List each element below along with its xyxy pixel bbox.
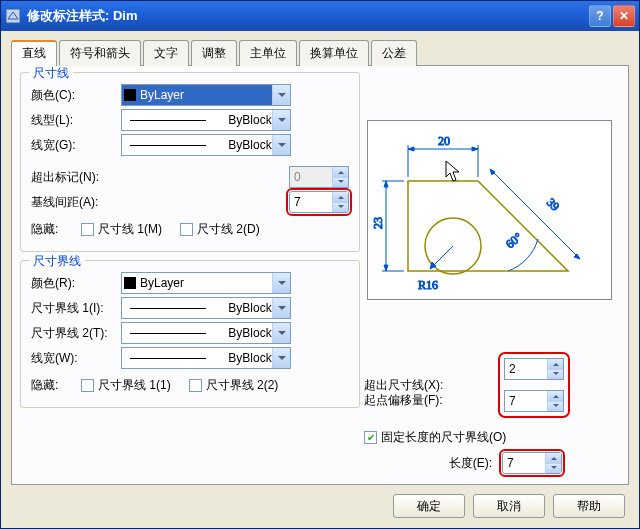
dimline-color-value: ByLayer: [140, 88, 184, 102]
cancel-button[interactable]: 取消: [473, 494, 545, 518]
svg-text:R16: R16: [418, 278, 438, 292]
ext-mark-spinner: 0: [289, 166, 349, 188]
extline-lineweight-label: 线宽(W):: [31, 350, 121, 367]
baseline-spinner[interactable]: 7: [289, 191, 349, 213]
tab-tolerance[interactable]: 公差: [371, 40, 417, 66]
length-value: 7: [507, 456, 514, 470]
color-swatch-icon: [124, 89, 136, 101]
dimline-lineweight-label: 线宽(G):: [31, 137, 121, 154]
dimline-linetype-combo[interactable]: ByBlock: [121, 109, 291, 131]
extline2-label: 尺寸界线 2(T):: [31, 325, 121, 342]
dimline-hide1-checkbox[interactable]: 尺寸线 1(M): [81, 221, 162, 238]
beyond-value: 2: [509, 362, 516, 376]
titlebar-help-button[interactable]: ?: [589, 5, 611, 27]
extline-color-label: 颜色(R):: [31, 275, 121, 292]
extline1-combo[interactable]: ByBlock: [121, 297, 291, 319]
baseline-label: 基线间距(A):: [31, 194, 181, 211]
dimline-hide-label: 隐藏:: [31, 221, 81, 238]
checkmark-icon: ✔: [364, 431, 377, 444]
extline-right-controls: 超出尺寸线(X): 2 7 起点偏移量(F):: [364, 350, 612, 480]
svg-rect-0: [6, 9, 20, 23]
extline-hide1-checkbox[interactable]: 尺寸界线 1(1): [81, 377, 171, 394]
color-swatch-icon: [124, 277, 136, 289]
window-title: 修改标注样式: Dim: [27, 7, 138, 25]
dialog-window: 修改标注样式: Dim ? ✕ 直线 符号和箭头 文字 调整 主单位 换算单位 …: [0, 0, 640, 529]
ext-mark-value: 0: [294, 170, 301, 184]
dropdown-arrow-icon: [272, 273, 290, 293]
offset-label: 起点偏移量(F):: [364, 392, 502, 409]
dropdown-arrow-icon: [272, 110, 290, 130]
offset-spinner[interactable]: 7: [504, 390, 564, 412]
fixed-length-checkbox[interactable]: ✔ 固定长度的尺寸界线(O): [364, 429, 506, 446]
dropdown-arrow-icon: [272, 85, 290, 105]
linetype-sample-icon: [130, 333, 206, 334]
linetype-sample-icon: [130, 308, 206, 309]
fieldset-extline: 尺寸界线 颜色(R): ByLayer 尺寸界线 1(I): ByBlock: [20, 260, 360, 408]
lineweight-sample-icon: [130, 358, 206, 359]
dropdown-arrow-icon: [272, 323, 290, 343]
length-label: 长度(E):: [364, 455, 502, 472]
linetype-sample-icon: [130, 120, 206, 121]
dropdown-arrow-icon: [272, 298, 290, 318]
ext-mark-label: 超出标记(N):: [31, 169, 181, 186]
extline-hide2-checkbox[interactable]: 尺寸界线 2(2): [189, 377, 279, 394]
extline-color-value: ByLayer: [140, 276, 184, 290]
help-button[interactable]: 帮助: [553, 494, 625, 518]
tab-alt-units[interactable]: 换算单位: [299, 40, 369, 66]
dialog-buttons: 确定 取消 帮助: [393, 494, 625, 518]
dropdown-arrow-icon: [272, 348, 290, 368]
svg-line-10: [490, 169, 580, 259]
dimension-preview: 20 23 39 R16: [367, 120, 612, 300]
tab-panel: 尺寸线 颜色(C): ByLayer 线型(L): ByBlock: [11, 65, 629, 485]
extline-color-combo[interactable]: ByLayer: [121, 272, 291, 294]
fieldset-extline-legend: 尺寸界线: [29, 253, 85, 270]
tab-strip: 直线 符号和箭头 文字 调整 主单位 换算单位 公差: [11, 40, 629, 66]
svg-text:60°: 60°: [503, 230, 525, 252]
ok-button[interactable]: 确定: [393, 494, 465, 518]
extline2-combo[interactable]: ByBlock: [121, 322, 291, 344]
titlebar[interactable]: 修改标注样式: Dim ? ✕: [1, 1, 639, 31]
beyond-spinner[interactable]: 2: [504, 358, 564, 380]
dimline-color-combo[interactable]: ByLayer: [121, 84, 291, 106]
lineweight-sample-icon: [130, 145, 206, 146]
tab-fit[interactable]: 调整: [191, 40, 237, 66]
fieldset-dimline-legend: 尺寸线: [29, 65, 73, 82]
dimline-linetype-label: 线型(L):: [31, 112, 121, 129]
dimline-hide2-checkbox[interactable]: 尺寸线 2(D): [180, 221, 260, 238]
app-icon: [5, 8, 21, 24]
beyond-label: 超出尺寸线(X):: [364, 377, 502, 394]
dimline-lineweight-combo[interactable]: ByBlock: [121, 134, 291, 156]
tab-symbols-arrows[interactable]: 符号和箭头: [59, 40, 141, 66]
fieldset-dimline: 尺寸线 颜色(C): ByLayer 线型(L): ByBlock: [20, 72, 360, 252]
length-spinner[interactable]: 7: [502, 452, 562, 474]
tab-text[interactable]: 文字: [143, 40, 189, 66]
svg-text:23: 23: [371, 217, 385, 229]
dropdown-arrow-icon: [272, 135, 290, 155]
svg-text:39: 39: [544, 195, 562, 213]
titlebar-close-button[interactable]: ✕: [613, 5, 635, 27]
extline-lineweight-combo[interactable]: ByBlock: [121, 347, 291, 369]
baseline-value: 7: [294, 195, 301, 209]
client-area: 直线 符号和箭头 文字 调整 主单位 换算单位 公差 尺寸线 颜色(C): By…: [1, 31, 639, 528]
extline-hide-label: 隐藏:: [31, 377, 81, 394]
extline1-label: 尺寸界线 1(I):: [31, 300, 121, 317]
tab-primary-units[interactable]: 主单位: [239, 40, 297, 66]
tab-line[interactable]: 直线: [11, 40, 57, 66]
offset-value: 7: [509, 394, 516, 408]
svg-text:20: 20: [438, 134, 450, 148]
dimline-color-label: 颜色(C):: [31, 87, 121, 104]
